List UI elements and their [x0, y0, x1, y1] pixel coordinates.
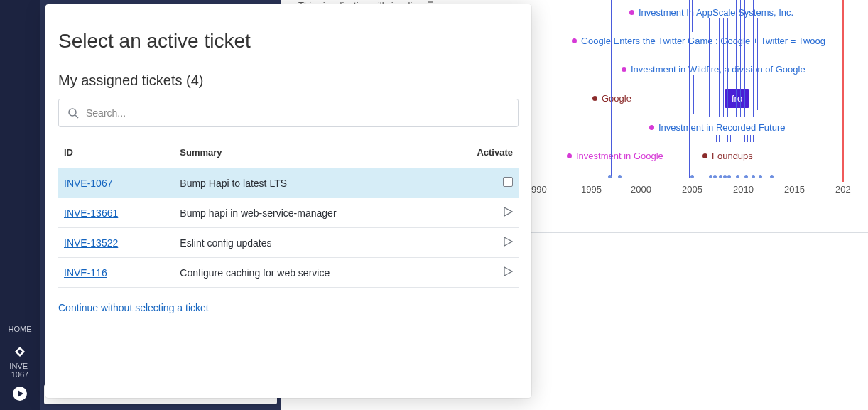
- event-dot-icon: [572, 38, 577, 43]
- timeline-small-dot: [744, 175, 748, 178]
- play-outline-icon: [503, 237, 513, 247]
- event-label: Investment in Recorded Future: [658, 122, 785, 133]
- timeline-small-dot: [723, 175, 727, 178]
- continue-without-ticket[interactable]: Continue without selecting a ticket: [58, 302, 209, 313]
- timeline-event[interactable]: Investment in Recorded Future: [649, 122, 785, 133]
- search-icon: [67, 107, 79, 119]
- timeline-tick: [719, 18, 720, 117]
- axis-label: 2000: [631, 184, 651, 195]
- timeline-small-dot: [709, 175, 712, 178]
- sidebar-ticket-line2: 1067: [9, 370, 30, 379]
- timeline-event[interactable]: Foundups: [702, 151, 753, 161]
- play-outline-icon: [503, 266, 513, 276]
- activate-button[interactable]: [503, 207, 513, 219]
- ticket-id-link[interactable]: INVE-13522: [64, 237, 118, 249]
- table-row[interactable]: INVE-13522Eslint config updates: [58, 228, 519, 258]
- timeline-tick: [727, 135, 728, 142]
- search-input[interactable]: [86, 107, 509, 119]
- ticket-summary: Configure caching for web service: [174, 258, 471, 288]
- event-dot-icon: [592, 96, 597, 101]
- event-dot-icon: [629, 10, 634, 15]
- timeline-tick: [723, 18, 724, 117]
- timeline-tick: [730, 135, 731, 142]
- ticket-summary: Eslint config updates: [174, 228, 471, 258]
- timeline-tick: [750, 135, 751, 142]
- timeline-now-marker: [842, 0, 844, 182]
- timeline-tick: [689, 0, 690, 178]
- timeline-tick: [753, 135, 754, 142]
- axis-label: 2015: [784, 184, 805, 195]
- sidebar-ticket-line1: INVE-: [9, 362, 30, 370]
- timeline-event[interactable]: Investment in Google: [567, 151, 663, 161]
- sidebar-play-button[interactable]: [12, 386, 28, 403]
- timeline-event[interactable]: Google Enters the Twitter Game : Google …: [572, 36, 825, 46]
- timeline-tick: [715, 18, 715, 117]
- axis-label: 2010: [733, 184, 754, 195]
- svg-marker-6: [504, 207, 512, 216]
- timeline-bar[interactable]: fro: [725, 89, 749, 108]
- event-label: Investment in Google: [576, 151, 663, 161]
- timeline-tick: [624, 103, 624, 117]
- ticket-summary: Bump Hapi to latest LTS: [174, 168, 471, 198]
- search-box[interactable]: [58, 99, 519, 127]
- timeline-tick: [749, 0, 749, 117]
- table-row[interactable]: INVE-1067Bump Hapi to latest LTS: [58, 168, 519, 198]
- axis-label: 202: [835, 184, 851, 195]
- ticket-id-link[interactable]: INVE-1067: [64, 178, 112, 189]
- activate-button[interactable]: [503, 266, 513, 279]
- ticket-id-link[interactable]: INVE-13661: [64, 207, 118, 219]
- left-sidebar: HOME INVE- 1067: [0, 0, 40, 410]
- timeline-tick: [747, 135, 748, 142]
- timeline-tick: [753, 0, 754, 117]
- modal-subtitle: My assigned tickets (4): [58, 72, 519, 89]
- timeline-small-dot: [618, 175, 622, 178]
- event-label: Investment in Wildfire, a division of Go…: [631, 64, 805, 75]
- col-activate: Activate: [471, 143, 519, 168]
- col-summary: Summary: [174, 143, 471, 168]
- timeline-tick: [611, 0, 612, 178]
- timeline-small-dot: [752, 175, 755, 178]
- axis-label: 2005: [682, 184, 702, 195]
- table-row[interactable]: INVE-116Configure caching for web servic…: [58, 258, 519, 288]
- timeline-tick: [740, 0, 741, 117]
- timeline-small-dot: [770, 175, 774, 178]
- sidebar-home[interactable]: HOME: [9, 325, 32, 333]
- event-dot-icon: [567, 153, 572, 158]
- event-dot-icon: [622, 67, 626, 72]
- timeline-tick: [725, 135, 725, 142]
- timeline-tick: [617, 75, 617, 114]
- timeline-event[interactable]: Investment In AppScale Systems, Inc.: [629, 7, 793, 18]
- timeline-small-dot: [690, 175, 694, 178]
- activate-button[interactable]: [503, 237, 513, 249]
- timeline-event[interactable]: Google: [592, 93, 631, 104]
- timeline-small-dot: [608, 175, 612, 178]
- ticket-id-link[interactable]: INVE-116: [64, 267, 107, 279]
- timeline-tick: [712, 18, 712, 117]
- timeline-tick: [732, 18, 732, 117]
- timeline-tick: [693, 75, 694, 114]
- event-label: Foundups: [712, 151, 753, 161]
- timeline-small-dot: [719, 175, 722, 178]
- svg-marker-7: [504, 237, 512, 246]
- svg-marker-8: [504, 267, 512, 276]
- event-dot-icon: [702, 153, 707, 158]
- sidebar-active-ticket[interactable]: INVE- 1067: [9, 345, 30, 379]
- axis-label: 1995: [581, 184, 602, 195]
- timeline-event[interactable]: Investment in Wildfire, a division of Go…: [622, 64, 805, 75]
- timeline-small-dot: [736, 175, 739, 178]
- play-outline-icon: [503, 207, 513, 217]
- event-label: Investment In AppScale Systems, Inc.: [639, 7, 793, 18]
- play-circle-icon: [12, 386, 28, 401]
- timeline-tick: [692, 0, 693, 32]
- col-id: ID: [58, 143, 174, 168]
- diamond-icon: [13, 345, 27, 359]
- active-checkbox[interactable]: [503, 177, 513, 187]
- timeline-small-dot: [713, 175, 717, 178]
- timeline-tick: [744, 0, 745, 117]
- event-dot-icon: [649, 125, 654, 130]
- timeline-tick: [614, 0, 614, 178]
- event-label: Google Enters the Twitter Game : Google …: [581, 36, 825, 46]
- timeline-tick: [757, 18, 758, 110]
- timeline-axis: 99019952000200520102015202: [531, 183, 868, 211]
- table-row[interactable]: INVE-13661Bump hapi in web-service-manag…: [58, 198, 519, 228]
